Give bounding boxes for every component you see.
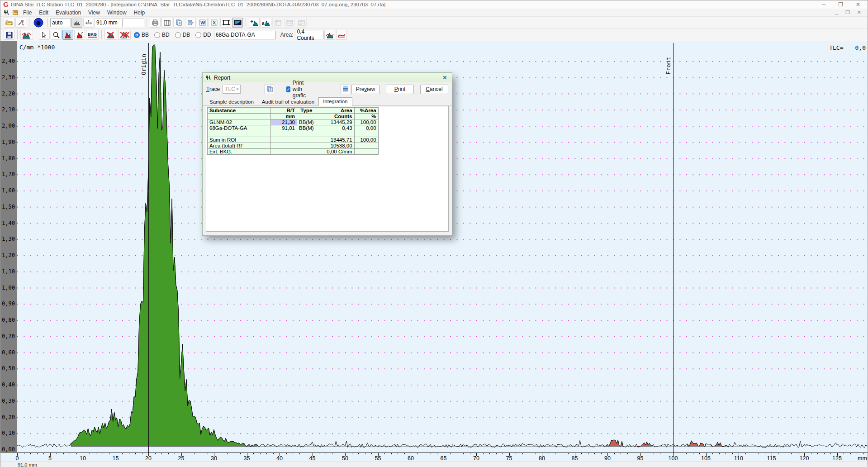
x-tick	[391, 453, 392, 454]
table-cell[interactable]: BB(M)	[297, 119, 316, 125]
cancel-button[interactable]: Cancel	[420, 85, 448, 94]
open-button[interactable]	[4, 18, 14, 28]
menu-help[interactable]: Help	[130, 10, 149, 16]
radio-bd[interactable]: BD	[154, 32, 170, 38]
table-cell[interactable]	[297, 131, 316, 137]
peak-modify-button[interactable]	[74, 30, 85, 40]
word-export-button[interactable]: W	[197, 18, 208, 28]
x-tick	[732, 453, 733, 454]
tab-integration[interactable]: Integration	[318, 97, 352, 106]
table-cell[interactable]	[354, 131, 378, 137]
restore-icon[interactable]: ❐	[838, 1, 843, 8]
x-tick	[326, 453, 326, 454]
copy-report-button[interactable]	[264, 84, 275, 94]
close-icon[interactable]: ✕	[856, 1, 860, 8]
menu-window[interactable]: Window	[104, 10, 130, 16]
auto-input[interactable]: auto	[50, 19, 71, 27]
mdi-close-icon[interactable]: ✕	[857, 10, 861, 15]
radio-dd[interactable]: DD	[195, 32, 211, 38]
table-cell[interactable]	[271, 137, 297, 143]
table-cell[interactable]	[271, 131, 297, 137]
table-cell[interactable]: Sum in ROI	[208, 137, 271, 143]
table-cell[interactable]: 10538,00	[316, 143, 354, 149]
area-peak-button[interactable]	[324, 30, 335, 40]
report-dialog-titlebar[interactable]: Report ✕	[203, 73, 452, 82]
print-button[interactable]	[150, 18, 161, 28]
table-cell[interactable]	[316, 131, 354, 137]
peak-select-button[interactable]	[62, 30, 73, 40]
file-badge-icon[interactable]	[12, 10, 18, 15]
table-cell[interactable]: 13445,71	[316, 137, 354, 143]
edit-peak-button[interactable]: a	[261, 18, 271, 28]
table-cell[interactable]: 13445,29	[316, 119, 354, 125]
table-cell[interactable]	[297, 149, 316, 155]
detector-ball-icon[interactable]	[32, 18, 45, 28]
table-cell[interactable]: 0,00	[354, 125, 378, 131]
table-cell[interactable]	[354, 149, 378, 155]
range-arrows-button[interactable]	[83, 18, 94, 28]
zoom-button[interactable]	[51, 30, 62, 40]
table-button[interactable]	[161, 18, 172, 28]
table-cell[interactable]	[297, 137, 316, 143]
menu-edit[interactable]: Edit	[35, 10, 52, 16]
add-peak-button[interactable]	[249, 18, 260, 28]
x-tick	[201, 453, 201, 454]
substance-input[interactable]: 68Ga-DOTA-GA	[214, 31, 276, 39]
tab-audit-trail-of-evaluation[interactable]: Audit trail of evaluation	[258, 98, 318, 106]
x-axis-unit: mm	[858, 455, 867, 462]
table-cell[interactable]: 91,01	[271, 125, 297, 131]
report-layout-button[interactable]	[340, 84, 351, 94]
table-cell[interactable]: Ext. BKG.	[208, 149, 271, 155]
menu-file[interactable]: File	[19, 10, 35, 16]
table-cell[interactable]: 68Ga-DOTA-GA	[208, 125, 271, 131]
document-icon[interactable]	[4, 10, 9, 15]
table-cell[interactable]	[271, 143, 297, 149]
table-cell[interactable]	[208, 131, 271, 137]
excel-export-button[interactable]: X	[209, 18, 219, 28]
front-marker-label: Front	[665, 57, 672, 75]
delete-peak-button[interactable]	[104, 30, 117, 40]
x-tick	[168, 453, 169, 454]
minimize-icon[interactable]: ─	[822, 1, 826, 8]
table-cell[interactable]	[354, 143, 378, 149]
table-cell[interactable]: 100,00	[354, 119, 378, 125]
radio-bb[interactable]: BB	[134, 32, 149, 38]
paste-page-button[interactable]	[185, 18, 196, 28]
integrate-region-button[interactable]	[20, 30, 33, 40]
tools-button[interactable]	[15, 18, 26, 28]
bkg-button[interactable]: BKG	[86, 30, 99, 40]
table-cell[interactable]: Area (total) RF	[208, 143, 271, 149]
radio-db[interactable]: DB	[175, 32, 190, 38]
x-tick-label: 95	[631, 455, 650, 462]
save-button[interactable]	[4, 30, 14, 40]
copy-page-button[interactable]	[173, 18, 184, 28]
table-cell[interactable]: GLNM-02	[208, 119, 271, 125]
x-tick	[791, 453, 792, 454]
table-cell[interactable]: 0,43	[316, 125, 354, 131]
radio-db-label: DB	[183, 32, 190, 38]
x-tick	[37, 453, 38, 454]
table-cell[interactable]	[271, 149, 297, 155]
print-report-button[interactable]: Print	[386, 85, 414, 94]
table-cell[interactable]: 0,00 C/mm	[316, 149, 354, 155]
delete-all-peaks-button[interactable]	[118, 30, 131, 40]
trace-select[interactable]: TLC ▾	[223, 85, 241, 94]
mdi-minimize-icon[interactable]: _	[835, 10, 838, 15]
table-cell[interactable]: BB(M)	[297, 125, 316, 131]
table-cell[interactable]: 21,30	[271, 119, 297, 125]
tab-sample-description[interactable]: Sample description	[205, 98, 258, 106]
x-tick	[155, 453, 156, 454]
frame-button[interactable]	[220, 18, 231, 28]
screen-settings-button[interactable]	[232, 18, 243, 28]
table-cell[interactable]: 100,00	[354, 137, 378, 143]
baseline-peak-button[interactable]	[336, 30, 347, 40]
menu-evaluation[interactable]: Evaluation	[52, 10, 85, 16]
menu-view[interactable]: View	[85, 10, 104, 16]
x-tick-label: 90	[598, 455, 617, 462]
report-dialog-close-icon[interactable]: ✕	[441, 74, 449, 81]
histogram-button[interactable]	[71, 18, 82, 28]
table-cell[interactable]	[297, 143, 316, 149]
pointer-button[interactable]	[39, 30, 50, 40]
preview-button[interactable]: Preview	[351, 85, 379, 94]
mdi-restore-icon[interactable]: ❐	[845, 10, 850, 15]
